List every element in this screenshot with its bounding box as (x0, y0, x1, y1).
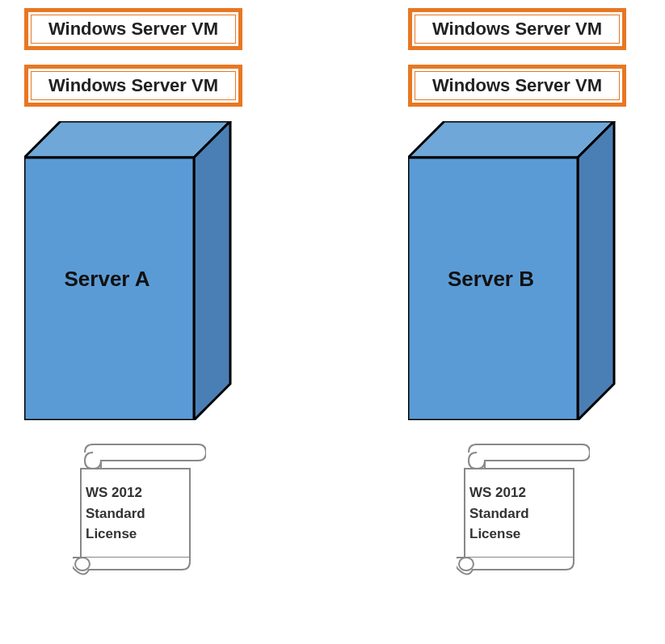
server-name: Server A (24, 267, 190, 292)
license-line: License (469, 524, 529, 545)
vm-box: Windows Server VM (408, 65, 626, 107)
server-b-column: Windows Server VM Windows Server VM Serv… (408, 8, 650, 582)
license-line: License (86, 524, 145, 545)
vm-box: Windows Server VM (24, 65, 242, 107)
vm-label: Windows Server VM (31, 15, 236, 44)
server-a-column: Windows Server VM Windows Server VM Serv… (24, 8, 267, 582)
license-line: Standard (86, 503, 145, 524)
license-scroll: WS 2012 Standard License (73, 440, 267, 582)
svg-point-9 (459, 558, 473, 570)
vm-box: Windows Server VM (24, 8, 242, 50)
license-scroll: WS 2012 Standard License (457, 440, 650, 582)
vm-box: Windows Server VM (408, 8, 626, 50)
server-name: Server B (408, 267, 574, 292)
svg-marker-2 (194, 121, 230, 420)
svg-marker-7 (578, 121, 614, 420)
vm-label: Windows Server VM (415, 71, 620, 100)
server-cube: Server A (24, 121, 234, 420)
vm-label: Windows Server VM (415, 15, 620, 44)
server-cube: Server B (408, 121, 618, 420)
license-text: WS 2012 Standard License (86, 482, 145, 545)
license-line: WS 2012 (86, 482, 145, 503)
license-line: WS 2012 (469, 482, 529, 503)
license-text: WS 2012 Standard License (469, 482, 529, 545)
vm-label: Windows Server VM (31, 71, 236, 100)
license-line: Standard (469, 503, 529, 524)
svg-point-4 (75, 558, 90, 570)
